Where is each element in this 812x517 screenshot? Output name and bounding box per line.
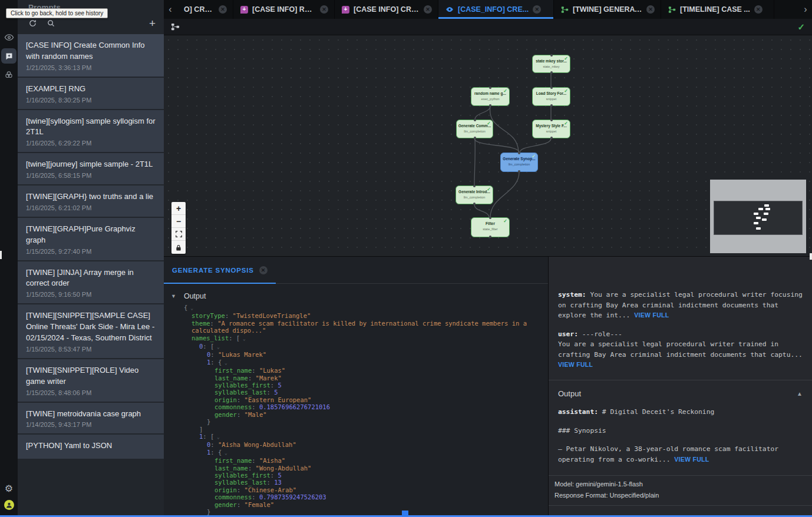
tab-generate-synopsis[interactable]: GENERATE SYNOPSIS ✕ — [164, 257, 276, 283]
code-line: syllables_first: 5 — [164, 382, 548, 389]
graph-node[interactable]: ✓Load Story For...snippet — [532, 87, 570, 106]
graph-node[interactable]: ✓Mystery Style F...snippet — [532, 120, 570, 138]
minimap-node — [764, 213, 768, 215]
minimap-node — [765, 208, 770, 210]
list-item[interactable]: [EXAMPLE] RNG1/16/2025, 8:30:25 PM — [18, 78, 164, 109]
tab-strip: O] CRE...✕+[CASE INFO] REVI...✕+[CASE IN… — [177, 0, 799, 19]
close-icon[interactable]: ✕ — [320, 5, 328, 14]
code-line: theme: "A romance scam facilitator is ki… — [164, 320, 548, 334]
code-line: last_name: "Wong-Abdullah" — [164, 465, 548, 472]
add-prompt-button[interactable]: + — [149, 18, 156, 29]
tab-label: [CASE INFO] CRE... — [354, 5, 420, 14]
tabs-scroll-right-button[interactable]: › — [799, 0, 812, 19]
close-icon[interactable]: ✕ — [259, 266, 268, 274]
code-line: ] — [164, 426, 548, 433]
close-icon[interactable]: ✕ — [219, 5, 227, 14]
close-icon[interactable]: ✕ — [754, 5, 763, 14]
close-icon[interactable]: ✕ — [646, 5, 655, 14]
prompts-panel-button[interactable] — [1, 48, 16, 64]
list-item[interactable]: [TWINE][SNIPPET][SAMPLE CASE] Online Thr… — [18, 304, 164, 358]
minimap[interactable] — [710, 180, 806, 253]
prompt-title: [TWINE][GRAPH]Pure Graphviz graph — [26, 224, 157, 246]
graph-canvas[interactable]: ✓state mkey stor...state_mkey✓random nam… — [164, 35, 812, 256]
inspector-output-header[interactable]: Output ▲ — [558, 389, 803, 399]
check-icon: ✓ — [532, 154, 536, 159]
minimap-node — [756, 217, 761, 219]
close-icon[interactable]: ✕ — [424, 5, 432, 14]
node-subtitle: llm_completion — [456, 195, 493, 199]
lock-button[interactable] — [171, 241, 186, 254]
search-icon — [47, 19, 55, 28]
code-line: origin: "Chinese-Arab" — [164, 486, 548, 493]
refresh-button[interactable] — [28, 19, 37, 28]
code-line: commonness: 0.7987359247526203 — [164, 493, 548, 501]
graph-node[interactable]: ✓Generate Comm...llm_completion — [456, 120, 493, 138]
output-section-header[interactable]: ▼ Output — [171, 292, 548, 300]
graph-node[interactable]: ✓Generate Synop...llm_completion — [500, 153, 538, 172]
list-item[interactable]: [TWINE][GRAPH]Pure Graphviz graph1/15/20… — [18, 218, 164, 260]
list-item[interactable]: [TWINE][GRAPH} two truths and a lie1/16/… — [18, 185, 164, 217]
node-subtitle: snippet — [533, 130, 570, 133]
tab--twine-generat-[interactable]: [TWINE] GENERAT...✕ — [554, 0, 661, 19]
assistant-message: assistant: # Digital Deceit's Reckoning — [558, 407, 803, 417]
graph-node[interactable]: ✓state mkey stor...state_mkey — [532, 55, 570, 73]
check-icon: ✓ — [564, 56, 568, 61]
tab--case-info-cre-[interactable]: [CASE_INFO] CRE...✕ — [438, 0, 554, 19]
check-icon: ✓ — [503, 88, 507, 94]
list-item[interactable]: [TWINE] [JINJA] Array merge in correct o… — [18, 261, 164, 304]
view-full-link[interactable]: VIEW FULL — [634, 311, 669, 319]
list-item[interactable]: [twine][journey] simple sample - 2T1L1/1… — [18, 153, 164, 184]
search-button[interactable] — [47, 19, 55, 28]
tab--timeline-case-[interactable]: [TIMELINE] CASE ...✕ — [661, 0, 774, 19]
eye-view-button[interactable] — [1, 29, 16, 45]
code-line: names_list: [ ⌄ — [164, 334, 548, 343]
check-icon: ✓ — [487, 187, 491, 192]
user-avatar[interactable] — [4, 500, 14, 510]
tab-o-cre-[interactable]: O] CRE...✕ — [177, 0, 233, 19]
list-item[interactable]: [TWINE][SNIPPET][ROLE] Video game writer… — [18, 359, 164, 402]
tab--case-info-cre-[interactable]: +[CASE INFO] CRE...✕ — [335, 0, 438, 19]
node-subtitle: llm_completion — [501, 163, 537, 166]
code-line: } — [164, 508, 548, 515]
prompt-title: [TWINE][GRAPH} two truths and a lie — [26, 191, 157, 203]
view-full-link[interactable]: VIEW FULL — [558, 361, 593, 368]
zoom-in-button[interactable]: + — [171, 202, 186, 215]
user-message: user: ---role--- You are a specialist le… — [558, 329, 803, 370]
graph-node[interactable]: ✓random name g...exec_python — [471, 87, 510, 106]
list-item[interactable]: [CASE INFO] Create Common Info with rand… — [18, 34, 164, 77]
graph-controls: + − — [171, 202, 186, 254]
graph-node[interactable]: ✓Generate Introd...llm_completion — [455, 185, 493, 204]
close-icon[interactable]: ✕ — [533, 5, 541, 14]
node-subtitle: state_filter — [471, 227, 509, 231]
code-line: 0: "Aisha Wong-Abdullah" — [164, 441, 548, 448]
person-icon — [5, 501, 13, 509]
prompt-timestamp: 1/15/2025, 9:27:40 PM — [26, 248, 157, 255]
tab-strip-spacer — [774, 0, 799, 19]
list-item[interactable]: [TWINE] metroidvania case graph1/14/2025… — [18, 403, 164, 434]
prompt-timestamp: 1/14/2025, 9:43:17 PM — [26, 421, 157, 428]
bottom-resize-handle[interactable] — [402, 511, 408, 516]
fit-view-button[interactable] — [171, 228, 186, 241]
graph-node[interactable]: ✓Filterstate_filter — [471, 217, 510, 237]
prompt-title: [TWINE] metroidvania case graph — [26, 409, 157, 420]
code-line: first_name: "Aisha" — [164, 457, 548, 464]
eye-icon — [445, 5, 454, 14]
pane-resize-grip-right[interactable] — [810, 253, 812, 260]
tab--case-info-revi-[interactable]: +[CASE INFO] REVI...✕ — [233, 0, 335, 19]
prompt-title: [twine][journey] simple sample - 2T1L — [26, 159, 157, 170]
minimap-node — [762, 218, 767, 221]
pane-resize-grip-left[interactable] — [0, 251, 2, 259]
code-line: commonness: 0.18576966276721016 — [164, 403, 548, 410]
prompt-timestamp: 1/16/2025, 8:30:25 PM — [26, 97, 157, 104]
zoom-out-button[interactable]: − — [171, 215, 186, 228]
tabs-scroll-left-button[interactable]: ‹ — [164, 0, 177, 19]
prompt-title: [EXAMPLE] RNG — [26, 84, 157, 95]
view-full-link[interactable]: VIEW FULL — [674, 456, 709, 463]
settings-button[interactable]: ⚙ — [0, 483, 18, 494]
lock-icon — [176, 244, 181, 251]
flows-button[interactable] — [1, 67, 16, 82]
response-format-line: Response Format: Unspecified/plain — [554, 490, 806, 501]
prompt-title: [TWINE][SNIPPET][ROLE] Video game writer — [26, 365, 157, 387]
list-item[interactable]: [PYTHON] Yaml to JSON — [18, 435, 164, 459]
list-item[interactable]: [twine][syllogism] sample syllogism for … — [18, 110, 164, 153]
